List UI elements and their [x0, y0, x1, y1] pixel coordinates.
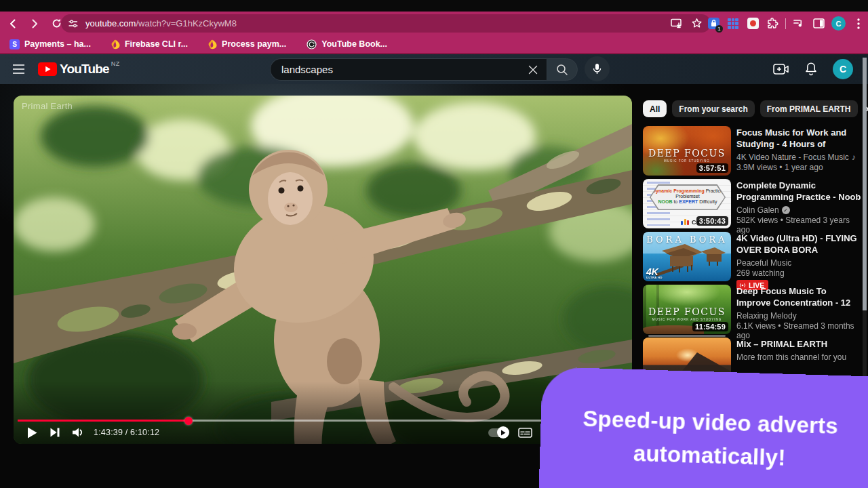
- screen: youtube.com/watch?v=G1hKzCkywM8 1: [0, 0, 868, 488]
- browser-profile-avatar[interactable]: C: [831, 16, 846, 30]
- browser-toolbar: youtube.com/watch?v=G1hKzCkywM8 1: [0, 12, 868, 35]
- thumbnail-deep-focus-forest[interactable]: DEEP FOCUS MUSIC FOR WORK AND STUDYING 1…: [643, 285, 731, 334]
- side-panel-icon[interactable]: [812, 17, 825, 30]
- notifications-icon[interactable]: [804, 62, 818, 77]
- extension-grid-icon[interactable]: [726, 17, 740, 30]
- address-bar[interactable]: youtube.com/watch?v=G1hKzCkywM8: [61, 14, 711, 33]
- progress-bar[interactable]: [18, 420, 628, 422]
- youtube-logo[interactable]: YouTube NZ: [38, 62, 120, 76]
- youtube-header: YouTube NZ C: [0, 54, 868, 84]
- bookmark-firebase-cli[interactable]: Firebase CLI r...: [111, 39, 188, 49]
- flame-icon: [208, 39, 217, 49]
- clear-search-icon[interactable]: [528, 64, 538, 75]
- bookmark-star-icon[interactable]: [691, 18, 703, 29]
- verified-badge-icon: ✓: [782, 206, 790, 214]
- video-title[interactable]: Complete Dynamic Programming Practice - …: [736, 180, 863, 203]
- video-title[interactable]: Deep Focus Music To Improve Concentratio…: [736, 285, 863, 308]
- globe-icon: [307, 39, 317, 49]
- extension-adblock-icon[interactable]: [746, 17, 760, 30]
- thumb-subtext: MUSIC FOR WORK AND STUDYING: [643, 318, 731, 321]
- thumbnail-dynamic-programming[interactable]: Dynamic Programming Practice Problemset …: [643, 179, 731, 228]
- progress-played: [18, 420, 189, 422]
- search-input[interactable]: [281, 64, 528, 75]
- filter-chips: All From your search From PRIMAL EARTH: [643, 100, 863, 117]
- bookmark-payments[interactable]: S Payments – ha...: [9, 39, 91, 49]
- chip-all[interactable]: All: [643, 100, 667, 117]
- suggestions-list: DEEP FOCUS MUSIC FOR STUDYING 3:57:51 Fo…: [643, 126, 863, 387]
- duration-badge: 3:50:43: [696, 216, 728, 226]
- video-meta: More from this channel for you: [736, 352, 863, 362]
- suggestion-card-1[interactable]: DEEP FOCUS MUSIC FOR STUDYING 3:57:51 Fo…: [643, 126, 863, 176]
- extension-password-icon[interactable]: 1: [707, 17, 720, 30]
- extensions-puzzle-icon[interactable]: [766, 17, 779, 30]
- send-to-device-icon[interactable]: [671, 18, 683, 28]
- suggestion-card-2[interactable]: Dynamic Programming Practice Problemset …: [643, 179, 863, 228]
- forward-button[interactable]: [26, 15, 43, 33]
- bookmark-process-payments[interactable]: Process paym...: [208, 39, 286, 49]
- video-title[interactable]: Mix – PRIMAL EARTH: [736, 338, 863, 350]
- flame-icon: [111, 39, 120, 49]
- music-note-icon: ♪: [852, 152, 856, 162]
- bookmark-youtube-book[interactable]: YouTube Book...: [307, 39, 387, 49]
- thumb-text: Dynamic Programming: [652, 188, 705, 193]
- video-meta: 269 watching: [736, 268, 863, 278]
- bookmark-label: Firebase CLI r...: [125, 39, 188, 49]
- channel-watermark: Primal Earth: [22, 101, 73, 111]
- thumb-subtext: MUSIC FOR STUDYING: [643, 159, 731, 163]
- video-meta: 3.9M views • 1 year ago: [736, 163, 863, 172]
- bookmark-label: Payments – ha...: [24, 39, 91, 49]
- next-button[interactable]: [43, 422, 66, 443]
- tab-media-icon[interactable]: [792, 17, 806, 30]
- voice-search-button[interactable]: [585, 56, 610, 81]
- suggestion-card-3[interactable]: BORA BORA 4KULTRA HD: [643, 232, 863, 281]
- channel-name[interactable]: Colin Galen: [736, 205, 779, 215]
- chart-bars-icon: [681, 219, 689, 225]
- channel-name[interactable]: Peaceful Music: [736, 258, 791, 268]
- create-icon[interactable]: [773, 63, 789, 75]
- region-label: NZ: [111, 60, 120, 67]
- player-controls: 1:43:39 / 6:10:12 ⚙: [20, 422, 625, 443]
- time-display: 1:43:39 / 6:10:12: [94, 428, 159, 437]
- autoplay-toggle[interactable]: [488, 428, 509, 437]
- suggestion-card-4[interactable]: DEEP FOCUS MUSIC FOR WORK AND STUDYING 1…: [643, 285, 863, 334]
- toolbar-separator: [785, 18, 786, 29]
- bookmarks-bar: S Payments – ha... Firebase CLI r... Pro…: [0, 35, 868, 54]
- video-player[interactable]: Primal Earth 1:43:39 / 6:10:12: [14, 96, 632, 444]
- channel-name[interactable]: 4K Video Nature - Focus Music: [736, 152, 849, 162]
- thumbnail-bora-bora[interactable]: BORA BORA 4KULTRA HD: [643, 232, 731, 281]
- volume-icon[interactable]: [66, 422, 90, 443]
- window-top-strip: [0, 0, 868, 12]
- video-title[interactable]: 4K Video (Ultra HD) - FLYING OVER BORA B…: [736, 232, 863, 256]
- url-path: /watch?v=G1hKzCkywM8: [136, 18, 236, 28]
- url-host: youtube.com: [85, 18, 136, 28]
- search-box[interactable]: [270, 58, 547, 81]
- browser-menu-icon[interactable]: [852, 17, 865, 30]
- thumb-text: DEEP FOCUS: [643, 306, 731, 317]
- youtube-play-icon: [38, 62, 57, 76]
- channel-name[interactable]: Relaxing Melody: [736, 311, 797, 321]
- stripe-icon: S: [9, 39, 20, 49]
- search-button[interactable]: [547, 58, 578, 81]
- scrollbar-thumb[interactable]: [863, 58, 867, 310]
- bookmark-label: Process paym...: [222, 39, 286, 49]
- youtube-avatar[interactable]: C: [833, 59, 853, 79]
- back-button[interactable]: [4, 15, 22, 33]
- promo-overlay: Speed-up video adverts automatically!: [537, 367, 868, 488]
- thumb-text: DEEP FOCUS: [643, 148, 731, 159]
- site-controls-icon[interactable]: [68, 18, 79, 29]
- chip-from-your-search[interactable]: From your search: [672, 100, 754, 117]
- play-button[interactable]: [20, 422, 43, 443]
- subtitles-icon[interactable]: [518, 428, 532, 438]
- youtube-wordmark: YouTube: [60, 62, 109, 76]
- video-title[interactable]: Focus Music for Work and Studying - 4 Ho…: [736, 127, 863, 150]
- duration-badge: 11:54:59: [692, 322, 728, 331]
- mix-stack-indicator: [648, 335, 726, 337]
- extensions-area: 1 C: [707, 14, 865, 33]
- url-text[interactable]: youtube.com/watch?v=G1hKzCkywM8: [85, 18, 671, 28]
- chip-from-channel[interactable]: From PRIMAL EARTH: [760, 100, 858, 117]
- promo-text: Speed-up video adverts automatically!: [547, 401, 868, 476]
- thumb-4k-label: 4KULTRA HD: [646, 266, 663, 279]
- duration-badge: 3:57:51: [696, 163, 728, 173]
- menu-icon[interactable]: [5, 56, 32, 83]
- thumbnail-deep-focus-autumn[interactable]: DEEP FOCUS MUSIC FOR STUDYING 3:57:51: [643, 126, 731, 176]
